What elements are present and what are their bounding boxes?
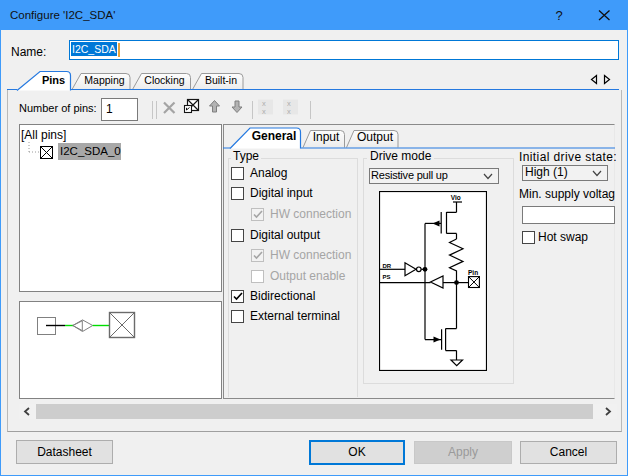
svg-text:Pin: Pin xyxy=(468,269,478,276)
svg-text:Vio: Vio xyxy=(451,194,461,201)
svg-text:x: x xyxy=(287,107,291,116)
svg-text:x: x xyxy=(262,107,266,116)
svg-text:DR: DR xyxy=(383,263,392,269)
svg-text:PS: PS xyxy=(383,274,391,280)
